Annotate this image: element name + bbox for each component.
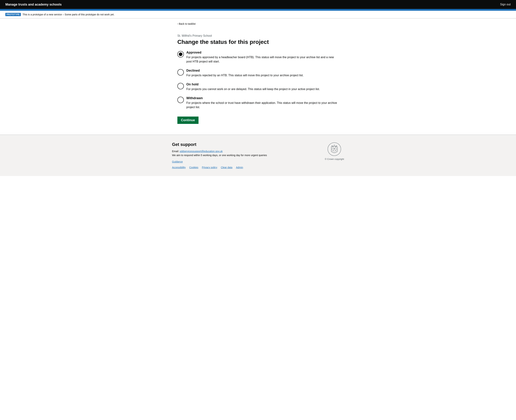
svg-point-4	[334, 148, 335, 149]
page-title: Change the status for this project	[177, 38, 339, 45]
svg-point-0	[328, 143, 341, 156]
radio-onhold[interactable]	[177, 83, 184, 89]
radio-content-withdrawn: Withdrawn For projects where the school …	[186, 96, 339, 109]
school-name: St. Wilfrid's Primary School	[177, 34, 339, 38]
app-title: Manage trusts and academy schools	[5, 3, 62, 7]
radio-hint-approved: For projects approved by a headteacher b…	[186, 56, 334, 63]
radio-label-onhold[interactable]: On hold	[186, 82, 339, 86]
header: Manage trusts and academy schools Sign o…	[0, 0, 516, 9]
footer-link-privacy[interactable]: Privacy policy	[202, 166, 217, 169]
radio-label-withdrawn[interactable]: Withdrawn	[186, 96, 339, 100]
footer-right: © Crown copyright	[325, 142, 344, 160]
footer-guidance-link[interactable]: Guidance	[172, 160, 325, 163]
radio-item-onhold: On hold For projects you cannot work on …	[177, 82, 339, 91]
footer-email-prefix: Email:	[172, 150, 180, 153]
radio-hint-onhold: For projects you cannot work on or are d…	[186, 88, 320, 90]
radio-item-withdrawn: Withdrawn For projects where the school …	[177, 96, 339, 109]
radio-input-wrapper-declined	[177, 69, 184, 75]
svg-point-2	[335, 148, 337, 150]
radio-item-declined: Declined For projects rejected by an HTB…	[177, 69, 339, 77]
radio-input-wrapper-approved	[177, 51, 184, 58]
status-radio-group: Approved For projects approved by a head…	[177, 51, 339, 109]
footer-support-heading: Get support	[172, 142, 325, 147]
radio-approved[interactable]	[177, 51, 184, 58]
footer: Get support Email: sddservicessupport@ed…	[0, 135, 516, 176]
radio-content-declined: Declined For projects rejected by an HTB…	[186, 69, 339, 77]
footer-inner: Get support Email: sddservicessupport@ed…	[172, 142, 344, 169]
footer-link-cleardata[interactable]: Clear data	[221, 166, 232, 169]
prototype-message: This is a prototype of a new service – S…	[23, 13, 115, 16]
main-content: ‹ Back to tasklist St. Wilfrid's Primary…	[172, 18, 344, 135]
footer-link-accessibility[interactable]: Accessibility	[172, 166, 186, 169]
chevron-left-icon: ‹	[177, 22, 178, 25]
radio-hint-declined: For projects rejected by an HTB. This st…	[186, 74, 303, 77]
crown-crest-icon	[327, 142, 341, 156]
footer-response-text: We aim to respond within 5 working days,…	[172, 154, 325, 157]
back-link-label: Back to tasklist	[179, 22, 195, 25]
svg-point-6	[335, 150, 336, 151]
radio-declined[interactable]	[177, 69, 184, 75]
radio-item-approved: Approved For projects approved by a head…	[177, 51, 339, 64]
footer-email-link[interactable]: sddservicessupport@education.gov.uk	[180, 150, 223, 153]
svg-point-1	[332, 148, 334, 150]
footer-left: Get support Email: sddservicessupport@ed…	[172, 142, 325, 169]
prototype-banner: PROTOTYPE This is a prototype of a new s…	[0, 11, 516, 18]
footer-link-admin[interactable]: Admin	[236, 166, 243, 169]
continue-button[interactable]: Continue	[177, 117, 199, 124]
footer-links: Accessibility Cookies Privacy policy Cle…	[172, 166, 325, 169]
prototype-badge: PROTOTYPE	[5, 13, 21, 16]
svg-point-5	[333, 150, 334, 151]
signout-link[interactable]: Sign out	[500, 3, 511, 6]
radio-input-wrapper-withdrawn	[177, 97, 184, 103]
radio-input-wrapper-onhold	[177, 83, 184, 89]
crown-copyright: © Crown copyright	[325, 158, 344, 160]
footer-email-line: Email: sddservicessupport@education.gov.…	[172, 150, 325, 153]
radio-hint-withdrawn: For projects where the school or trust h…	[186, 101, 337, 109]
back-link[interactable]: ‹ Back to tasklist	[177, 22, 195, 25]
blue-bar	[0, 9, 516, 11]
radio-content-onhold: On hold For projects you cannot work on …	[186, 82, 339, 91]
radio-label-declined[interactable]: Declined	[186, 69, 339, 73]
radio-content-approved: Approved For projects approved by a head…	[186, 51, 339, 64]
radio-withdrawn[interactable]	[177, 97, 184, 103]
footer-link-cookies[interactable]: Cookies	[189, 166, 198, 169]
radio-label-approved[interactable]: Approved	[186, 51, 339, 54]
